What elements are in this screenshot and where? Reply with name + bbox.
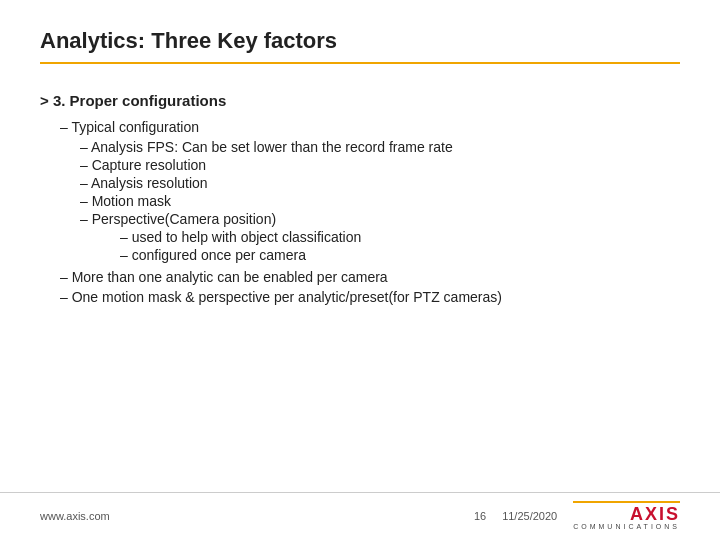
axis-logo-line xyxy=(573,501,680,503)
level4-label-1: – configured once per camera xyxy=(120,247,306,263)
level3-label-1: – Capture resolution xyxy=(80,157,206,173)
slide-title: Analytics: Three Key factors xyxy=(40,28,680,54)
level2-item: – Typical configuration xyxy=(60,119,680,135)
slide-header: Analytics: Three Key factors xyxy=(0,0,720,74)
level1-extra-item-1: – One motion mask & perspective per anal… xyxy=(60,289,680,305)
level1-extra-label-0: – More than one analytic can be enabled … xyxy=(60,269,388,285)
footer-page: 16 xyxy=(474,510,486,522)
level4-item-0: – used to help with object classificatio… xyxy=(120,229,680,245)
level3-label-0: – Analysis FPS: Can be set lower than th… xyxy=(80,139,453,155)
level3-item-2: – Analysis resolution xyxy=(80,175,680,191)
level3-item-1: – Capture resolution xyxy=(80,157,680,173)
level4-label-0: – used to help with object classificatio… xyxy=(120,229,361,245)
header-divider xyxy=(40,62,680,64)
slide-content: > 3. Proper configurations – Typical con… xyxy=(0,74,720,540)
level3-label-3: – Motion mask xyxy=(80,193,171,209)
footer-left: www.axis.com xyxy=(40,510,110,522)
axis-logo-sub: COMMUNICATIONS xyxy=(573,523,680,530)
level3-item-3: – Motion mask xyxy=(80,193,680,209)
level3-label-2: – Analysis resolution xyxy=(80,175,208,191)
level3-label-4: – Perspective(Camera position) xyxy=(80,211,276,227)
axis-logo: AXIS COMMUNICATIONS xyxy=(573,501,680,530)
level3-item-4: – Perspective(Camera position) xyxy=(80,211,680,227)
slide-footer: www.axis.com 16 11/25/2020 AXIS COMMUNIC… xyxy=(0,492,720,540)
level1-label: > 3. Proper configurations xyxy=(40,92,226,109)
level4-item-1: – configured once per camera xyxy=(120,247,680,263)
level1-item: > 3. Proper configurations xyxy=(40,92,680,113)
axis-logo-text: AXIS xyxy=(630,505,680,523)
level3-item-0: – Analysis FPS: Can be set lower than th… xyxy=(80,139,680,155)
footer-date: 11/25/2020 xyxy=(502,510,557,522)
slide: Analytics: Three Key factors > 3. Proper… xyxy=(0,0,720,540)
footer-url: www.axis.com xyxy=(40,510,110,522)
level1-extra-label-1: – One motion mask & perspective per anal… xyxy=(60,289,502,305)
level2-label: – Typical configuration xyxy=(60,119,199,135)
level1-extra-item-0: – More than one analytic can be enabled … xyxy=(60,269,680,285)
